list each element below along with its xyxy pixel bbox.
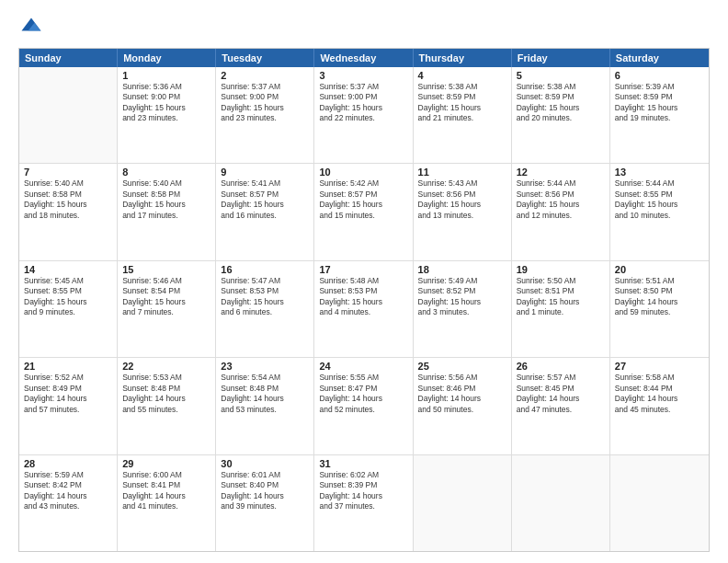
- cell-text: Sunrise: 6:00 AMSunset: 8:41 PMDaylight:…: [122, 470, 210, 512]
- cell-text: Sunrise: 5:38 AMSunset: 8:59 PMDaylight:…: [418, 82, 506, 124]
- header-day-sunday: Sunday: [19, 49, 118, 67]
- cal-cell: 11Sunrise: 5:43 AMSunset: 8:56 PMDayligh…: [414, 164, 512, 259]
- day-number: 12: [517, 167, 605, 178]
- cell-text: Sunrise: 5:40 AMSunset: 8:58 PMDaylight:…: [122, 178, 210, 221]
- cal-cell: 25Sunrise: 5:56 AMSunset: 8:46 PMDayligh…: [414, 358, 512, 454]
- cal-cell: 29Sunrise: 6:00 AMSunset: 8:41 PMDayligh…: [118, 455, 216, 551]
- cal-cell: 24Sunrise: 5:55 AMSunset: 8:47 PMDayligh…: [314, 358, 413, 454]
- cell-text: Sunrise: 5:46 AMSunset: 8:54 PMDaylight:…: [122, 276, 210, 318]
- day-number: 21: [24, 361, 112, 372]
- cal-cell: 19Sunrise: 5:50 AMSunset: 8:51 PMDayligh…: [512, 261, 610, 357]
- cell-text: Sunrise: 5:44 AMSunset: 8:56 PMDaylight:…: [517, 178, 605, 221]
- cell-text: Sunrise: 5:52 AMSunset: 8:49 PMDaylight:…: [24, 373, 112, 415]
- day-number: 17: [319, 264, 407, 275]
- cal-cell: 6Sunrise: 5:39 AMSunset: 8:59 PMDaylight…: [610, 67, 709, 163]
- cal-cell: 4Sunrise: 5:38 AMSunset: 8:59 PMDaylight…: [414, 67, 512, 163]
- calendar-row-3: 21Sunrise: 5:52 AMSunset: 8:49 PMDayligh…: [19, 357, 709, 454]
- cell-text: Sunrise: 5:41 AMSunset: 8:57 PMDaylight:…: [221, 178, 309, 221]
- cell-text: Sunrise: 5:47 AMSunset: 8:53 PMDaylight:…: [221, 276, 309, 318]
- calendar-row-0: 1Sunrise: 5:36 AMSunset: 9:00 PMDaylight…: [19, 67, 709, 163]
- cal-cell: 13Sunrise: 5:44 AMSunset: 8:55 PMDayligh…: [610, 164, 709, 259]
- cell-text: Sunrise: 5:37 AMSunset: 9:00 PMDaylight:…: [319, 82, 407, 124]
- cell-text: Sunrise: 5:54 AMSunset: 8:48 PMDaylight:…: [221, 373, 309, 415]
- cell-text: Sunrise: 5:55 AMSunset: 8:47 PMDaylight:…: [319, 373, 407, 415]
- day-number: 14: [24, 264, 112, 275]
- cal-cell: 30Sunrise: 6:01 AMSunset: 8:40 PMDayligh…: [216, 455, 314, 551]
- cal-cell: 12Sunrise: 5:44 AMSunset: 8:56 PMDayligh…: [512, 164, 610, 259]
- cell-text: Sunrise: 5:57 AMSunset: 8:45 PMDaylight:…: [517, 373, 605, 415]
- header-day-monday: Monday: [118, 49, 216, 67]
- day-number: 11: [418, 167, 506, 178]
- calendar-row-2: 14Sunrise: 5:45 AMSunset: 8:55 PMDayligh…: [19, 260, 709, 357]
- cal-cell: [610, 455, 709, 551]
- day-number: 29: [122, 458, 210, 469]
- cal-cell: 26Sunrise: 5:57 AMSunset: 8:45 PMDayligh…: [512, 358, 610, 454]
- day-number: 31: [319, 458, 407, 469]
- cell-text: Sunrise: 6:01 AMSunset: 8:40 PMDaylight:…: [221, 470, 309, 512]
- day-number: 1: [122, 70, 210, 81]
- cal-cell: 8Sunrise: 5:40 AMSunset: 8:58 PMDaylight…: [118, 164, 216, 259]
- calendar-header: SundayMondayTuesdayWednesdayThursdayFrid…: [19, 49, 709, 67]
- day-number: 22: [122, 361, 210, 372]
- logo: [18, 15, 48, 40]
- cell-text: Sunrise: 5:38 AMSunset: 8:59 PMDaylight:…: [517, 82, 605, 124]
- day-number: 28: [24, 458, 112, 469]
- day-number: 6: [615, 70, 704, 81]
- day-number: 20: [615, 264, 704, 275]
- day-number: 16: [221, 264, 309, 275]
- day-number: 10: [319, 167, 407, 178]
- cal-cell: 18Sunrise: 5:49 AMSunset: 8:52 PMDayligh…: [414, 261, 512, 357]
- cal-cell: 17Sunrise: 5:48 AMSunset: 8:53 PMDayligh…: [314, 261, 413, 357]
- day-number: 7: [24, 167, 112, 178]
- cell-text: Sunrise: 5:59 AMSunset: 8:42 PMDaylight:…: [24, 470, 112, 512]
- day-number: 19: [517, 264, 605, 275]
- cell-text: Sunrise: 5:39 AMSunset: 8:59 PMDaylight:…: [615, 82, 704, 124]
- day-number: 15: [122, 264, 210, 275]
- cal-cell: 5Sunrise: 5:38 AMSunset: 8:59 PMDaylight…: [512, 67, 610, 163]
- header-day-friday: Friday: [512, 49, 610, 67]
- cal-cell: 23Sunrise: 5:54 AMSunset: 8:48 PMDayligh…: [216, 358, 314, 454]
- calendar-body: 1Sunrise: 5:36 AMSunset: 9:00 PMDaylight…: [19, 67, 709, 551]
- day-number: 27: [615, 361, 704, 372]
- cal-cell: [414, 455, 512, 551]
- cal-cell: 28Sunrise: 5:59 AMSunset: 8:42 PMDayligh…: [19, 455, 118, 551]
- day-number: 9: [221, 167, 309, 178]
- cell-text: Sunrise: 5:44 AMSunset: 8:55 PMDaylight:…: [615, 178, 704, 221]
- day-number: 3: [319, 70, 407, 81]
- cal-cell: 31Sunrise: 6:02 AMSunset: 8:39 PMDayligh…: [314, 455, 413, 551]
- cal-cell: 14Sunrise: 5:45 AMSunset: 8:55 PMDayligh…: [19, 261, 118, 357]
- cell-text: Sunrise: 5:42 AMSunset: 8:57 PMDaylight:…: [319, 178, 407, 221]
- cell-text: Sunrise: 5:49 AMSunset: 8:52 PMDaylight:…: [418, 276, 506, 318]
- header-day-tuesday: Tuesday: [216, 49, 314, 67]
- cal-cell: 7Sunrise: 5:40 AMSunset: 8:58 PMDaylight…: [19, 164, 118, 259]
- header-day-wednesday: Wednesday: [314, 49, 413, 67]
- day-number: 2: [221, 70, 309, 81]
- day-number: 24: [319, 361, 407, 372]
- cal-cell: 21Sunrise: 5:52 AMSunset: 8:49 PMDayligh…: [19, 358, 118, 454]
- header-day-thursday: Thursday: [414, 49, 512, 67]
- cell-text: Sunrise: 6:02 AMSunset: 8:39 PMDaylight:…: [319, 470, 407, 512]
- day-number: 13: [615, 167, 704, 178]
- day-number: 8: [122, 167, 210, 178]
- cell-text: Sunrise: 5:56 AMSunset: 8:46 PMDaylight:…: [418, 373, 506, 415]
- page: SundayMondayTuesdayWednesdayThursdayFrid…: [0, 0, 728, 563]
- cell-text: Sunrise: 5:36 AMSunset: 9:00 PMDaylight:…: [122, 82, 210, 124]
- cal-cell: 3Sunrise: 5:37 AMSunset: 9:00 PMDaylight…: [314, 67, 413, 163]
- cell-text: Sunrise: 5:48 AMSunset: 8:53 PMDaylight:…: [319, 276, 407, 318]
- day-number: 18: [418, 264, 506, 275]
- day-number: 23: [221, 361, 309, 372]
- cal-cell: 27Sunrise: 5:58 AMSunset: 8:44 PMDayligh…: [610, 358, 709, 454]
- cal-cell: 20Sunrise: 5:51 AMSunset: 8:50 PMDayligh…: [610, 261, 709, 357]
- cal-cell: 22Sunrise: 5:53 AMSunset: 8:48 PMDayligh…: [118, 358, 216, 454]
- cal-cell: 2Sunrise: 5:37 AMSunset: 9:00 PMDaylight…: [216, 67, 314, 163]
- cell-text: Sunrise: 5:45 AMSunset: 8:55 PMDaylight:…: [24, 276, 112, 318]
- calendar-row-1: 7Sunrise: 5:40 AMSunset: 8:58 PMDaylight…: [19, 163, 709, 259]
- header-day-saturday: Saturday: [610, 49, 709, 67]
- day-number: 25: [418, 361, 506, 372]
- calendar-row-4: 28Sunrise: 5:59 AMSunset: 8:42 PMDayligh…: [19, 454, 709, 551]
- cell-text: Sunrise: 5:51 AMSunset: 8:50 PMDaylight:…: [615, 276, 704, 318]
- cal-cell: 1Sunrise: 5:36 AMSunset: 9:00 PMDaylight…: [118, 67, 216, 163]
- header: [18, 15, 710, 40]
- day-number: 5: [517, 70, 605, 81]
- cell-text: Sunrise: 5:40 AMSunset: 8:58 PMDaylight:…: [24, 178, 112, 221]
